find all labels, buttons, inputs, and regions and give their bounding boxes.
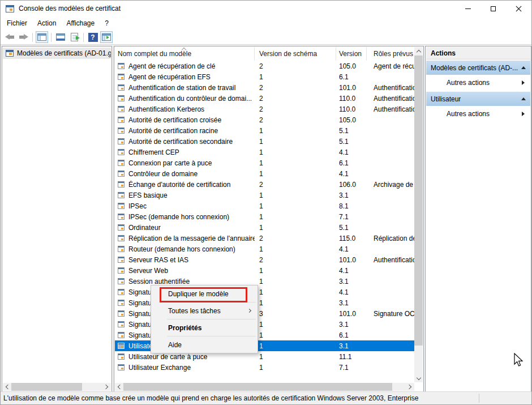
cell-version: 4.1 <box>336 267 367 275</box>
scroll-right-icon[interactable] <box>102 383 111 391</box>
template-name-text: Session authentifiée <box>128 278 190 285</box>
cell-template-name: Session authentifiée <box>115 278 255 285</box>
actions-section-header-1[interactable]: Utilisateur <box>426 92 530 106</box>
menu-item-?[interactable]: ? <box>100 18 114 29</box>
cell-template-name: Serveur RAS et IAS <box>115 256 255 264</box>
context-menu-item-propri-t-s[interactable]: Propriétés <box>151 321 258 334</box>
table-row[interactable]: Authentification de station de travail21… <box>115 82 414 93</box>
cell-template-name: Échange d'autorité de certification <box>115 181 255 189</box>
template-name-text: Autorité de certification secondaire <box>128 138 233 146</box>
certificate-template-icon <box>118 74 125 80</box>
export-list-button[interactable] <box>68 31 80 43</box>
certificate-template-icon <box>118 278 125 284</box>
cell-version: 11.1 <box>336 353 367 361</box>
table-row[interactable]: Ordinateur15.1 <box>115 222 414 233</box>
context-menu-item-aide[interactable]: Aide <box>151 338 258 351</box>
cell-version: 115.0 <box>336 235 367 242</box>
column-header-roles[interactable]: Rôles prévus <box>367 47 414 61</box>
certificate-template-icon <box>118 170 125 177</box>
scroll-right-icon[interactable] <box>406 383 414 391</box>
table-row[interactable]: IPSec (demande hors connexion)17.1 <box>115 211 414 222</box>
forward-button[interactable] <box>17 31 29 43</box>
table-row[interactable]: Autorité de certification secondaire15.1 <box>115 136 414 147</box>
tree-hscroll-thumb[interactable] <box>11 383 82 391</box>
tree-node-certificate-templates[interactable]: Modèles de certificats (AD-01.ge <box>3 48 111 59</box>
collapse-icon[interactable] <box>521 66 526 69</box>
cell-template-name: Réplication de la messagerie de l'annuai… <box>115 235 255 242</box>
table-row[interactable]: Authentification Kerberos2110.0Authentif… <box>115 104 414 114</box>
cell-version: 3.1 <box>336 321 367 329</box>
menu-bar: FichierActionAffichage? <box>1 16 531 30</box>
toolbar: ? <box>1 30 531 45</box>
toolbar-separator <box>83 33 84 42</box>
scroll-left-icon[interactable] <box>115 383 123 391</box>
back-button[interactable] <box>3 31 16 43</box>
template-name-text: Signatu <box>128 321 152 329</box>
menu-item-fichier[interactable]: Fichier <box>2 18 32 29</box>
properties-button[interactable] <box>54 31 67 43</box>
show-console-tree-button[interactable] <box>36 31 48 43</box>
table-row[interactable]: IPSec18.1 <box>115 201 414 211</box>
table-row[interactable]: Connexion par carte à puce16.1 <box>115 157 414 168</box>
status-bar: L'utilisation de ce modèle comme base cr… <box>1 391 531 404</box>
certificate-template-icon <box>118 160 125 166</box>
show-action-pane-button[interactable] <box>100 31 113 43</box>
table-row[interactable]: Utilisateur Exchange17.1 <box>115 362 414 373</box>
table-row[interactable]: Contrôleur de domaine14.1 <box>115 168 414 179</box>
table-row[interactable]: Routeur (demande hors connexion)14.1 <box>115 244 414 254</box>
cell-version: 110.0 <box>336 105 367 113</box>
table-row[interactable]: Autorité de certification croisée2105.0 <box>115 114 414 125</box>
column-header-name[interactable]: Nom complet du modèle <box>115 47 255 61</box>
menu-item-affichage[interactable]: Affichage <box>61 18 100 29</box>
table-row[interactable]: Échange d'autorité de certification2106.… <box>115 179 414 190</box>
list-hscroll-thumb[interactable] <box>123 383 392 391</box>
cell-version: 5.1 <box>336 224 367 232</box>
template-name-text: Échange d'autorité de certification <box>128 181 230 189</box>
scroll-down-icon[interactable] <box>414 374 423 382</box>
maximize-button[interactable] <box>480 1 506 16</box>
actions-item-autres-actions[interactable]: Autres actions <box>426 75 530 90</box>
table-row[interactable]: Agent de récupération de clé2105.0Agent … <box>115 61 414 71</box>
table-row[interactable]: Authentification du contrôleur de domai.… <box>115 93 414 104</box>
properties-window-icon <box>56 33 65 41</box>
actions-section-header-0[interactable]: Modèles de certificats (AD-... <box>426 61 530 75</box>
collapse-icon[interactable] <box>521 97 526 100</box>
certificate-template-icon <box>118 310 125 317</box>
cell-schema-version: 1 <box>255 288 336 296</box>
minimize-button[interactable] <box>455 1 480 16</box>
certificate-template-icon <box>118 138 125 144</box>
tree-horizontal-scrollbar[interactable] <box>3 383 111 391</box>
cell-template-name: Utilisateur de carte à puce <box>115 353 255 361</box>
table-row[interactable]: Autorité de certification racine15.1 <box>115 125 414 136</box>
table-row[interactable]: EFS basique13.1 <box>115 190 414 201</box>
cell-version: 101.0 <box>336 84 367 92</box>
context-menu-item-dupliquer-le-mod-le[interactable]: Dupliquer le modèle <box>151 287 258 300</box>
table-row[interactable]: Chiffrement CEP14.1 <box>115 147 414 157</box>
list-horizontal-scrollbar[interactable] <box>115 383 414 391</box>
table-row[interactable]: Agent de récupération EFS16.1 <box>115 71 414 82</box>
toolbar-separator <box>51 33 52 42</box>
actions-item-autres-actions[interactable]: Autres actions <box>426 106 530 121</box>
cell-version: 4.1 <box>336 148 367 156</box>
column-header-schema-version[interactable]: Version de schéma <box>255 47 336 61</box>
table-row[interactable]: Serveur RAS et IAS2101.0Authentificatic <box>115 254 414 265</box>
action-pane-icon <box>102 33 111 41</box>
scroll-up-icon[interactable] <box>414 47 423 55</box>
cell-schema-version: 1 <box>255 245 336 253</box>
menu-item-action[interactable]: Action <box>32 18 61 29</box>
cell-template-name: Authentification Kerberos <box>115 105 255 113</box>
context-menu-item-toutes-les-t-ches[interactable]: Toutes les tâches <box>151 304 258 317</box>
table-row[interactable]: Réplication de la messagerie de l'annuai… <box>115 233 414 244</box>
table-row[interactable]: Serveur Web14.1 <box>115 265 414 276</box>
back-icon <box>5 34 15 40</box>
cell-version: 3.1 <box>336 342 367 350</box>
close-button[interactable] <box>506 1 531 16</box>
list-vertical-scrollbar[interactable] <box>414 47 423 382</box>
cell-schema-version: 1 <box>255 353 336 361</box>
scroll-left-icon[interactable] <box>3 383 11 391</box>
list-vscroll-thumb[interactable] <box>414 56 423 346</box>
certificate-template-icon <box>118 95 125 101</box>
cell-schema-version: 1 <box>255 321 336 329</box>
help-button[interactable]: ? <box>87 31 99 43</box>
column-header-version[interactable]: Version <box>336 47 367 61</box>
